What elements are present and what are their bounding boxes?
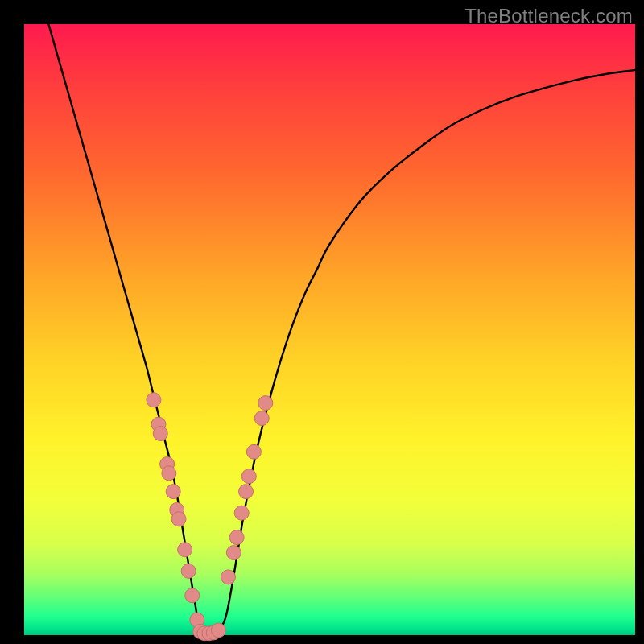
data-marker <box>171 512 186 526</box>
watermark-label: TheBottleneck.com <box>464 5 633 27</box>
plot-area <box>24 24 635 635</box>
data-marker <box>181 564 196 578</box>
data-marker <box>153 427 167 441</box>
data-marker <box>229 530 244 545</box>
data-marker <box>162 466 176 481</box>
data-marker <box>254 411 269 426</box>
data-marker <box>242 469 256 484</box>
data-marker <box>258 396 273 411</box>
data-marker <box>239 485 254 499</box>
data-marker <box>246 444 261 459</box>
chart-svg <box>24 24 635 635</box>
marker-group <box>147 393 273 641</box>
data-marker <box>234 506 249 520</box>
data-marker <box>211 623 225 638</box>
chart-stage: TheBottleneck.com <box>0 0 644 644</box>
data-marker <box>221 570 236 584</box>
data-marker <box>226 546 241 560</box>
bottleneck-curve <box>48 24 635 634</box>
data-marker <box>166 485 180 499</box>
data-marker <box>178 543 192 557</box>
data-marker <box>185 588 200 603</box>
data-marker <box>147 393 161 407</box>
